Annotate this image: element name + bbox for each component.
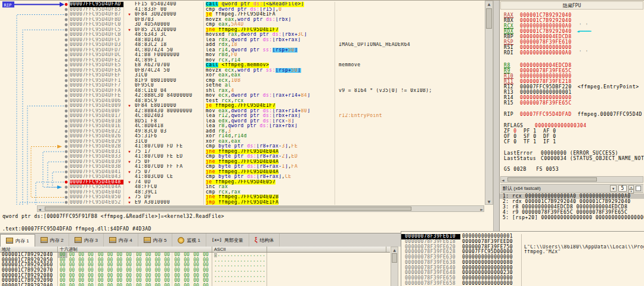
- row-dot[interactable]: [65, 100, 68, 103]
- instruction-address[interactable]: 00007FFC95D4DFE5: [70, 63, 123, 68]
- memory-byte[interactable]: 00: [86, 284, 95, 286]
- scroll-thumb[interactable]: [486, 8, 492, 29]
- breakpoint-dot[interactable]: [65, 181, 68, 184]
- disasm-row[interactable]: 00007FFC95D4E04D48:39C1cmp rcx,rax: [70, 190, 485, 195]
- memory-byte[interactable]: 00: [162, 284, 172, 286]
- instruction-text[interactable]: jne ffmpeg.7FFC95D4E04A: [203, 159, 335, 165]
- instruction-address[interactable]: 00007FFC95D4E031: [70, 149, 123, 155]
- register-row[interactable]: R900000078F39FE65C: [500, 68, 644, 73]
- register-value[interactable]: 00000078F39FE65C: [520, 100, 572, 106]
- instruction-text[interactable]: jne ffmpeg.7FFC95D4E04A: [203, 170, 335, 175]
- tab-watch-6[interactable]: 监视 1: [172, 233, 206, 247]
- row-dot[interactable]: [65, 104, 68, 107]
- instruction-address[interactable]: 00007FFC95D4E026: [70, 134, 123, 139]
- disasm-row[interactable]: 00007FFC95D4E041▼75 07jne ffmpeg.7FFC95D…: [70, 170, 485, 175]
- register-value[interactable]: 00000000 (ERROR_SUCCESS): [541, 150, 618, 156]
- instruction-text[interactable]: je ffmpeg.7FFC95D4E1FA: [203, 12, 335, 17]
- argument-row[interactable]: 3: r8 00000000004EDCD8 00000000004EDCD8: [500, 204, 644, 210]
- register-row[interactable]: RSP00000078F39FE610: [500, 39, 644, 45]
- register-value[interactable]: C0000034 (STATUS_OBJECT_NAME_NOT_FOU: [541, 156, 644, 161]
- row-dot[interactable]: [65, 8, 68, 11]
- register-row[interactable]: LastStatusC0000034 (STATUS_OBJECT_NAME_N…: [500, 156, 644, 161]
- instruction-text[interactable]: xor eax,eax: [203, 139, 335, 144]
- memory-byte[interactable]: 00: [191, 284, 201, 286]
- memory-header-blank[interactable]: [267, 247, 386, 252]
- disasm-row[interactable]: 00007FFC95D4E02B41:807C00 FD FEcmp byte …: [70, 144, 485, 149]
- scroll-right-icon[interactable]: ►: [480, 207, 483, 211]
- row-dot[interactable]: [65, 201, 68, 204]
- instruction-address[interactable]: 00007FFC95D4DFEF: [70, 73, 123, 78]
- row-dot[interactable]: [65, 115, 68, 118]
- memory-row[interactable]: 000001C7B92920A0000000000000000000000000…: [0, 284, 390, 286]
- row-dot[interactable]: [65, 125, 68, 128]
- memory-byte[interactable]: 00: [201, 284, 210, 286]
- row-dot[interactable]: [65, 33, 68, 36]
- disasm-row[interactable]: 00007FFC95D4E02645:31F6xor r14d,r14d: [70, 134, 485, 139]
- instruction-address[interactable]: 00007FFC95D4DFAD: [70, 2, 123, 7]
- scroll-thumb[interactable]: [392, 253, 397, 263]
- instruction-text[interactable]: mov rcx,r14: [203, 58, 335, 63]
- instruction-address[interactable]: 00007FFC95D4DFFE: [70, 93, 123, 99]
- argument-row[interactable]: 5: [rsp+20] 0000000000000000 00000000000…: [500, 215, 644, 220]
- scroll-up-icon[interactable]: ▲: [485, 2, 493, 6]
- memory-byte[interactable]: 00: [153, 284, 163, 286]
- disasm-row[interactable]: 00007FFC95D4DFCB48:6343 3Cmovsxd rax,dwo…: [70, 32, 485, 38]
- memory-byte[interactable]: 00: [134, 284, 144, 286]
- memory-rows[interactable]: 000001C7B9292040000000000000000000000000…: [0, 253, 390, 286]
- instruction-text[interactable]: add r8,3: [203, 129, 335, 134]
- disasm-row[interactable]: 00007FFC95D4E02249:83C0 03add r8,3: [70, 129, 485, 134]
- row-dot[interactable]: [65, 165, 68, 168]
- register-row[interactable]: RDX000001C7B9292040◄━━━━━━: [500, 29, 644, 34]
- register-value[interactable]: 0000000000000001: [520, 90, 572, 95]
- instruction-address[interactable]: 00007FFC95D4DFB7: [70, 12, 123, 17]
- memory-byte[interactable]: 00: [96, 284, 106, 286]
- instruction-text[interactable]: lea rdx,qword ptr ds:[rbx+rax]: [203, 38, 335, 43]
- instruction-text[interactable]: cmp ecx,10B: [203, 78, 335, 84]
- memory-byte[interactable]: 00: [106, 284, 115, 286]
- disasm-row[interactable]: 00007FFC95D4E01E4C:8D0418lea r8,qword pt…: [70, 124, 485, 129]
- instruction-address[interactable]: 00007FFC95D4DFD7: [70, 48, 123, 53]
- register-value[interactable]: 0000000000000000: [520, 73, 572, 79]
- calling-convention-select[interactable]: 默认 (x64 fastcall): [503, 185, 608, 192]
- disasm-row[interactable]: 00007FFC95D4E01B8D51 F8lea edx,qword ptr…: [70, 119, 485, 124]
- instruction-text[interactable]: mov r8d,F0: [203, 53, 335, 58]
- register-row[interactable]: R1200007FFC95DBF220<ffmpeg.EntryPoint>: [500, 84, 644, 90]
- register-row[interactable]: RAX000001C7B9292040: [500, 13, 644, 18]
- argument-row[interactable]: 4: r9 00000078F39FE65C 00000078F39FE65C: [500, 210, 644, 215]
- disasm-row[interactable]: 00007FFC95D4DFE5E8 A6270700call <ffmpeg.…: [70, 63, 485, 68]
- registers-hscrollbar[interactable]: ◄: [500, 176, 643, 183]
- disasm-row[interactable]: 00007FFC95D4DFD348:83C2 18add rdx,18IMAG…: [70, 42, 485, 48]
- register-value[interactable]: 00000000000000A0: [520, 23, 572, 29]
- register-value[interactable]: 00007FFC95DBF220: [520, 84, 572, 90]
- instruction-address[interactable]: 00007FFC95D4DFB3: [70, 7, 123, 13]
- disasm-row[interactable]: 00007FFC95D4E02931C0xor eax,eax: [70, 139, 485, 144]
- disasm-row[interactable]: 00007FFC95D4E00F42:8B8430 80000000mov ea…: [70, 109, 485, 114]
- register-value[interactable]: 000001C7B9292040: [520, 13, 572, 18]
- disasm-row[interactable]: 00007FFC95D4DFFE42:8B8C30 84000000mov ec…: [70, 93, 485, 99]
- disasm-row[interactable]: 00007FFC95D4DFDC41:B8 F0000000mov r8d,F0: [70, 53, 485, 58]
- instruction-address[interactable]: 00007FFC95D4E043: [70, 174, 123, 180]
- register-value[interactable]: 0000000000000000: [520, 95, 572, 100]
- register-row[interactable]: RCX00000000000000A0' ': [500, 23, 644, 29]
- instruction-address[interactable]: 00007FFC95D4DFC5: [70, 27, 123, 33]
- disasm-row[interactable]: 00007FFC95D4E039▼75 0Fjne ffmpeg.7FFC95D…: [70, 159, 485, 165]
- tab-memory-5[interactable]: 内存 5: [138, 233, 173, 247]
- register-value[interactable]: 00000078F39FE218: [520, 79, 572, 84]
- disassembly-hscrollbar[interactable]: ◄ ►: [37, 205, 484, 212]
- row-dot[interactable]: [65, 44, 68, 47]
- register-row[interactable]: RSI0000000000000000: [500, 45, 644, 50]
- instruction-address[interactable]: 00007FFC95D4DFFA: [70, 88, 123, 94]
- row-dot[interactable]: [65, 94, 68, 97]
- instruction-text[interactable]: cmp byte ptr ds:[r8+rax-1],FA: [203, 164, 335, 170]
- instruction-text[interactable]: inc rax: [203, 184, 335, 190]
- instruction-address[interactable]: 00007FFC95D4DFF1: [70, 78, 123, 84]
- disasm-row[interactable]: 00007FFC95D4DFBD0FB703movzx eax,word ptr…: [70, 17, 485, 23]
- instruction-address[interactable]: 00007FFC95D4DFC0: [70, 22, 123, 27]
- argument-list[interactable]: 1: rcx 00000000000000A0 00000000000000A0…: [500, 193, 644, 220]
- instruction-text[interactable]: movzx ecx,word ptr ss:[rsp+50]: [203, 68, 335, 73]
- flags-row[interactable]: CF 0TF 1IF 1: [500, 139, 644, 144]
- disasm-row[interactable]: 00007FFC95D4E0174C:8D2403lea r12,qword p…: [70, 113, 485, 119]
- register-value[interactable]: 0000000000000304: [535, 123, 587, 128]
- instruction-address[interactable]: 00007FFC95D4E052: [70, 200, 123, 205]
- instruction-text[interactable]: shl rax,4: [203, 88, 335, 94]
